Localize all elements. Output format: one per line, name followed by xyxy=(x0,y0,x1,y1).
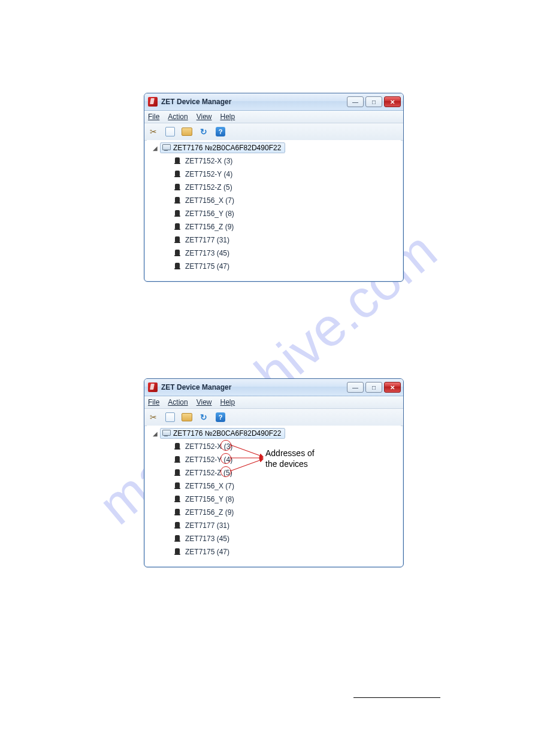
device-icon xyxy=(173,157,182,165)
tree-item[interactable]: ZET7156_X (7) xyxy=(173,479,401,493)
device-icon xyxy=(173,456,182,463)
menu-view[interactable]: View xyxy=(197,398,212,406)
device-icon xyxy=(173,263,182,270)
tree-item-label: ZET7152-Z (5) xyxy=(185,469,232,477)
device-icon xyxy=(173,522,182,529)
device-icon xyxy=(173,509,182,516)
close-button[interactable]: ✕ xyxy=(384,96,401,107)
expander-icon[interactable]: ◢ xyxy=(153,430,159,437)
note-icon[interactable] xyxy=(165,412,176,423)
device-icon xyxy=(173,535,182,542)
tree-root-row[interactable]: ◢ ZET7176 №2B0CA6F82D490F22 xyxy=(153,142,401,153)
tree-item[interactable]: ZET7156_Z (9) xyxy=(173,220,401,233)
tree-root-label: ZET7176 №2B0CA6F82D490F22 xyxy=(173,144,281,152)
tree-item-label: ZET7175 (47) xyxy=(185,548,229,556)
titlebar[interactable]: ZET Device Manager — □ ✕ xyxy=(144,93,403,111)
close-button[interactable]: ✕ xyxy=(384,382,401,393)
device-icon xyxy=(173,236,182,244)
minimize-button[interactable]: — xyxy=(347,382,364,393)
window-title: ZET Device Manager xyxy=(161,383,347,391)
tree-item-label: ZET7152-X (3) xyxy=(185,157,232,165)
menu-file[interactable]: File xyxy=(148,398,159,406)
folder-icon[interactable] xyxy=(182,126,192,137)
help-icon[interactable]: ? xyxy=(215,126,226,137)
maximize-button[interactable]: □ xyxy=(365,96,382,107)
window-title: ZET Device Manager xyxy=(161,98,347,106)
toolbar: ✂ ↻ ? xyxy=(144,409,403,426)
window-zet-device-manager-2: ZET Device Manager — □ ✕ File Action Vie… xyxy=(144,378,404,567)
tree-item[interactable]: ZET7156_Y (8) xyxy=(173,207,401,220)
menu-action[interactable]: Action xyxy=(168,113,188,121)
tree-item[interactable]: ZET7152-Z (5) xyxy=(173,181,401,194)
tree-item-label: ZET7156_X (7) xyxy=(185,196,234,205)
note-icon[interactable] xyxy=(165,126,176,137)
tree-item-label: ZET7152-X (3) xyxy=(185,442,232,451)
app-icon xyxy=(148,97,158,107)
tools-icon[interactable]: ✂ xyxy=(148,126,159,137)
tree-item[interactable]: ZET7175 (47) xyxy=(173,545,401,558)
tree-item-label: ZET7173 (45) xyxy=(185,535,229,543)
folder-icon[interactable] xyxy=(182,412,192,423)
tree-item-label: ZET7177 (31) xyxy=(185,236,229,244)
device-icon xyxy=(173,496,182,503)
maximize-button[interactable]: □ xyxy=(365,382,382,393)
menubar: File Action View Help xyxy=(144,396,403,409)
menu-help[interactable]: Help xyxy=(220,113,235,121)
menu-file[interactable]: File xyxy=(148,113,159,121)
refresh-icon[interactable]: ↻ xyxy=(198,126,209,137)
tools-icon[interactable]: ✂ xyxy=(148,412,159,423)
menu-help[interactable]: Help xyxy=(220,398,235,406)
device-icon xyxy=(173,184,182,191)
tree-root-label: ZET7176 №2B0CA6F82D490F22 xyxy=(173,429,281,438)
footer-rule xyxy=(353,697,440,698)
annotation-label: Addresses of the devices xyxy=(265,448,315,469)
menu-view[interactable]: View xyxy=(197,113,212,121)
window-zet-device-manager-1: ZET Device Manager — □ ✕ File Action Vie… xyxy=(144,93,404,282)
tree-item[interactable]: ZET7152-X (3) xyxy=(173,154,401,168)
tree-item-label: ZET7175 (47) xyxy=(185,262,229,271)
device-icon xyxy=(173,223,182,230)
tree-item-label: ZET7156_Y (8) xyxy=(185,210,234,218)
tree-item-label: ZET7152-Z (5) xyxy=(185,183,232,192)
tree-item-label: ZET7156_X (7) xyxy=(185,482,234,490)
device-icon xyxy=(173,482,182,490)
controller-icon xyxy=(162,430,170,437)
menubar: File Action View Help xyxy=(144,111,403,123)
tree-item[interactable]: ZET7173 (45) xyxy=(173,532,401,545)
controller-icon xyxy=(162,144,170,151)
tree-item[interactable]: ZET7175 (47) xyxy=(173,260,401,273)
tree-item-label: ZET7173 (45) xyxy=(185,249,229,257)
tree-item[interactable]: ZET7177 (31) xyxy=(173,519,401,532)
app-icon xyxy=(148,382,158,392)
device-icon xyxy=(173,469,182,476)
device-icon xyxy=(173,210,182,217)
tree-item-label: ZET7156_Z (9) xyxy=(185,508,234,517)
expander-icon[interactable]: ◢ xyxy=(153,145,159,151)
refresh-icon[interactable]: ↻ xyxy=(198,412,209,423)
tree-item-label: ZET7177 (31) xyxy=(185,521,229,530)
minimize-button[interactable]: — xyxy=(347,96,364,107)
tree-item[interactable]: ZET7152-Y (4) xyxy=(173,168,401,181)
tree-item-label: ZET7152-Y (4) xyxy=(185,456,232,464)
tree-item[interactable]: ZET7156_X (7) xyxy=(173,194,401,207)
device-icon xyxy=(173,548,182,555)
device-icon xyxy=(173,197,182,204)
tree-item[interactable]: ZET7177 (31) xyxy=(173,233,401,247)
device-tree: ◢ ZET7176 №2B0CA6F82D490F22 ZET7152-X (3… xyxy=(147,426,401,564)
tree-item-label: ZET7152-Y (4) xyxy=(185,170,232,178)
tree-item-label: ZET7156_Y (8) xyxy=(185,495,234,503)
device-tree: ◢ ZET7176 №2B0CA6F82D490F22 ZET7152-X (3… xyxy=(147,140,401,279)
tree-item-label: ZET7156_Z (9) xyxy=(185,223,234,231)
device-icon xyxy=(173,171,182,178)
toolbar: ✂ ↻ ? xyxy=(144,123,403,141)
tree-item[interactable]: ZET7173 (45) xyxy=(173,247,401,260)
device-icon xyxy=(173,443,182,450)
device-icon xyxy=(173,250,182,257)
tree-item[interactable]: ZET7156_Y (8) xyxy=(173,493,401,506)
tree-item[interactable]: ZET7156_Z (9) xyxy=(173,506,401,519)
titlebar[interactable]: ZET Device Manager — □ ✕ xyxy=(144,379,403,396)
help-icon[interactable]: ? xyxy=(215,412,226,423)
menu-action[interactable]: Action xyxy=(168,398,188,406)
tree-root-row[interactable]: ◢ ZET7176 №2B0CA6F82D490F22 xyxy=(153,428,401,439)
